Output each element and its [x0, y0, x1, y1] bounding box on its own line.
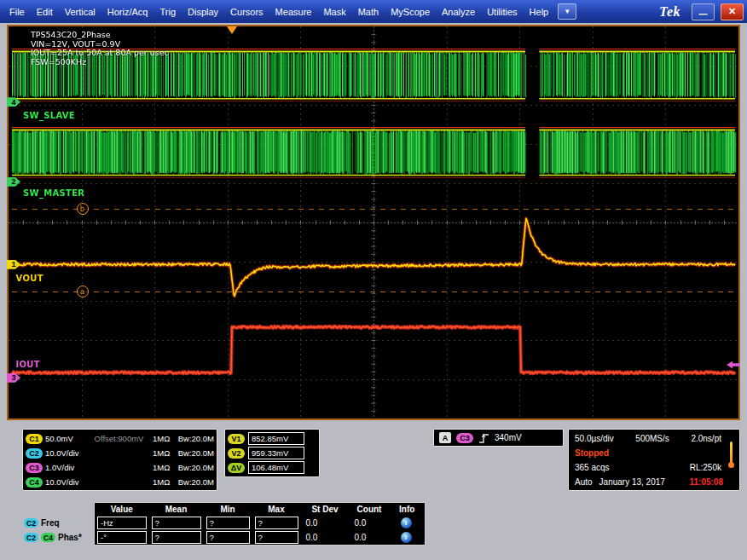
trigger-source-badge[interactable]: C3 — [456, 433, 473, 443]
acquisition-count: 365 acqs — [575, 463, 610, 472]
freq-stdev: 0.0 — [304, 518, 347, 528]
help-dropdown-button[interactable]: ▼ — [558, 3, 576, 20]
col-mean: Mean — [149, 503, 204, 517]
minimize-button[interactable]: — — [692, 3, 715, 20]
cursor-delta-badge: ΔV — [228, 463, 245, 473]
trigger-mode: Auto — [575, 477, 593, 487]
menu-item-myscope[interactable]: MyScope — [385, 3, 436, 20]
menu-item-edit[interactable]: Edit — [31, 3, 59, 20]
channel-3-row: C3 1.0V/div 1MΩ Bw:20.0M — [26, 460, 214, 475]
table-row-freq: -Hz ? ? ? 0.0 0.0 i — [95, 516, 426, 530]
annotation-line-4: FSW=500KHz — [31, 58, 169, 67]
date-readout: January 13, 2017 — [599, 477, 665, 487]
measurement-row-label-phase: C2 C4 Phas* — [24, 532, 82, 543]
measurement-row-label-freq: C2 Freq — [24, 517, 60, 528]
channel-3-badge[interactable]: C3 — [26, 463, 43, 473]
channel-3-impedance: 1MΩ — [153, 463, 176, 472]
phase-min: ? — [206, 531, 250, 544]
channel-4-scale: 10.0V/div — [45, 477, 92, 487]
annotation-line-1: TPS543C20_2Phase — [31, 31, 169, 40]
menu-item-horiz-acq[interactable]: Horiz/Acq — [101, 3, 154, 20]
cursor-delta-row: ΔV 106.48mV — [228, 460, 316, 475]
channel-4-badge[interactable]: C4 — [26, 477, 43, 488]
col-stdev: St Dev — [301, 503, 350, 517]
resolution-readout: 2.0ns/pt — [691, 434, 721, 443]
channel-4-row: C4 10.0V/div 1MΩ Bw:20.0M — [26, 475, 214, 489]
cursor-v2-badge[interactable]: V2 — [228, 448, 245, 459]
menu-item-utilities[interactable]: Utilities — [481, 3, 523, 20]
menu-item-analyze[interactable]: Analyze — [436, 3, 481, 20]
menu-item-measure[interactable]: Measure — [269, 3, 318, 20]
channel-1-offset: Offset:900mV — [95, 434, 150, 443]
measurement-table: Value Mean Min Max St Dev Count Info -Hz… — [94, 502, 426, 546]
cursor-v1-badge[interactable]: V1 — [228, 434, 245, 444]
channel-2-badge[interactable]: C2 — [26, 448, 43, 459]
menu-bar: File Edit Vertical Horiz/Acq Trig Displa… — [0, 0, 747, 23]
phase-value: -° — [97, 531, 147, 544]
scope-display: TPS543C20_2Phase VIN=12V, VOUT=0.9V IOUT… — [7, 25, 740, 420]
record-length: RL:250k — [690, 463, 721, 472]
menu-item-trig[interactable]: Trig — [153, 3, 182, 20]
menu-item-cursors[interactable]: Cursors — [224, 3, 269, 20]
menu-item-vertical[interactable]: Vertical — [59, 3, 101, 20]
col-info: Info — [390, 503, 426, 517]
channel-1-impedance: 1MΩ — [153, 434, 176, 443]
minimize-icon: — — [699, 9, 708, 19]
freq-count: 0.0 — [352, 518, 387, 528]
trigger-panel: A C3 340mV — [433, 429, 564, 447]
measurement-table-header: Value Mean Min Max St Dev Count Info — [95, 503, 426, 517]
channel-4-bandwidth: Bw:20.0M — [178, 477, 214, 487]
menu-item-help[interactable]: Help — [524, 3, 555, 20]
channel-1-badge[interactable]: C1 — [26, 434, 43, 444]
info-icon[interactable]: i — [401, 517, 412, 528]
measurement-name-freq: Freq — [41, 518, 60, 528]
channel-2-row: C2 10.0V/div 1MΩ Bw:20.0M — [26, 446, 214, 460]
channel-1-bandwidth: Bw:20.0M — [178, 434, 214, 443]
channel-1-row: C1 50.0mV Offset:900mV 1MΩ Bw:20.0M — [26, 431, 214, 446]
col-value: Value — [95, 503, 149, 517]
freq-min: ? — [206, 517, 250, 529]
channel-1-scale: 50.0mV — [45, 434, 92, 443]
cursor-a-handle[interactable]: a — [77, 286, 89, 297]
channel-2-scale: 10.0V/div — [45, 448, 92, 458]
channel-3-bandwidth: Bw:20.0M — [178, 463, 214, 472]
phase-stdev: 0.0 — [304, 533, 347, 542]
phase-mean: ? — [152, 531, 201, 544]
sample-rate-readout: 500MS/s — [635, 434, 669, 443]
trigger-position-marker[interactable] — [227, 26, 237, 34]
close-button[interactable]: ✕ — [721, 3, 744, 20]
trigger-slope-icon — [478, 432, 489, 444]
time-readout: 11:05:08 — [690, 477, 723, 487]
measurement-name-phase: Phas* — [58, 533, 82, 542]
channel-2-source-badge: C2 — [24, 518, 38, 528]
channel-4-impedance: 1MΩ — [153, 477, 176, 487]
col-count: Count — [350, 503, 390, 517]
phase-max: ? — [255, 531, 298, 544]
caret-down-icon: ▼ — [564, 8, 570, 15]
tek-logo: Tek — [659, 4, 680, 20]
acquisition-status: Stopped — [575, 448, 609, 458]
cursor-b-handle[interactable]: b — [77, 203, 89, 215]
channel-settings-panel: C1 50.0mV Offset:900mV 1MΩ Bw:20.0M C2 1… — [22, 429, 217, 491]
trigger-a-badge: A — [439, 432, 451, 443]
waveform-canvas — [9, 26, 738, 419]
cursor-v1-value: 852.85mV — [248, 432, 304, 445]
cursor-delta-value: 106.48mV — [248, 461, 304, 474]
channel-2-impedance: 1MΩ — [153, 448, 176, 458]
table-row-phase: -° ? ? ? 0.0 0.0 i — [95, 530, 426, 546]
phase-count: 0.0 — [352, 533, 387, 542]
window-controls: Tek — ✕ — [659, 3, 744, 20]
info-icon[interactable]: i — [401, 532, 412, 543]
menu-item-file[interactable]: File — [3, 3, 31, 20]
menu-item-mask[interactable]: Mask — [317, 3, 351, 20]
timebase-readout: 50.0µs/div — [575, 434, 614, 443]
freq-max: ? — [255, 517, 298, 529]
waveform-label-sw_master: SW_MASTER — [23, 188, 84, 198]
channel-2-bandwidth: Bw:20.0M — [178, 448, 214, 458]
menu-item-display[interactable]: Display — [182, 3, 224, 20]
waveform-label-sw_slave: SW_SLAVE — [23, 111, 75, 120]
intensity-thermometer-icon — [728, 442, 735, 471]
menu-item-math[interactable]: Math — [352, 3, 385, 20]
cursor-v2-value: 959.33mV — [248, 447, 304, 459]
col-min: Min — [204, 503, 252, 517]
